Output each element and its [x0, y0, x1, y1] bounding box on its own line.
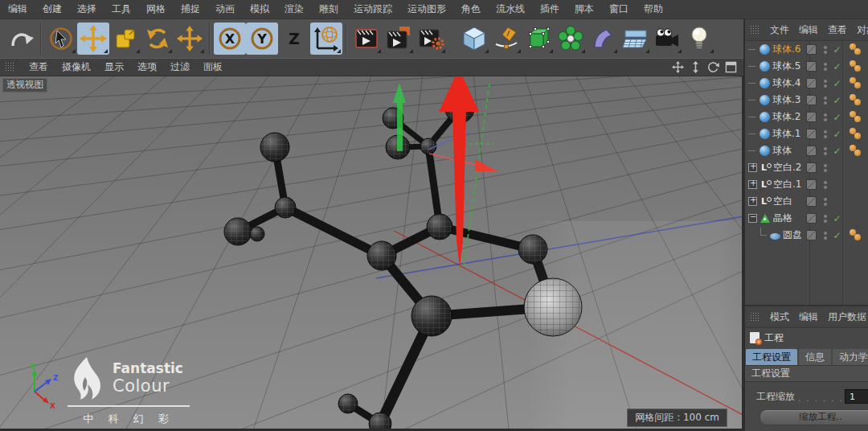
- add-deformer-button[interactable]: [587, 23, 619, 55]
- zoom-icon[interactable]: [690, 61, 702, 73]
- x-axis-lock-button[interactable]: X: [214, 23, 246, 55]
- visibility-dots[interactable]: [822, 181, 829, 189]
- object-name[interactable]: 空白.1: [773, 178, 801, 191]
- menu-item[interactable]: 编辑: [8, 2, 27, 16]
- visibility-dots[interactable]: [822, 147, 829, 155]
- enabled-check-icon[interactable]: ✓: [831, 112, 843, 123]
- object-name[interactable]: 球体.6: [772, 43, 800, 56]
- om-menu-edit[interactable]: 编辑: [799, 23, 818, 37]
- rotate-view-icon[interactable]: [707, 61, 719, 73]
- tree-expander[interactable]: [748, 197, 757, 206]
- scale-tool-button[interactable]: [109, 23, 141, 55]
- tree-expander[interactable]: [748, 113, 757, 121]
- menu-item[interactable]: 运动跟踪: [354, 2, 392, 16]
- object-name[interactable]: 球体.5: [772, 60, 800, 73]
- layer-swatch[interactable]: [806, 213, 817, 224]
- visibility-dots[interactable]: [822, 96, 829, 105]
- object-row[interactable]: 球体 ✓: [745, 142, 868, 159]
- menu-item[interactable]: 插件: [540, 2, 559, 16]
- render-settings-button[interactable]: [415, 23, 447, 55]
- last-tool-move-button[interactable]: [174, 23, 206, 55]
- om-menu-objects[interactable]: 对象: [857, 23, 868, 37]
- visibility-dots[interactable]: [822, 80, 829, 88]
- panel-grip[interactable]: [5, 62, 15, 72]
- menu-item[interactable]: 窗口: [609, 2, 628, 16]
- menu-item[interactable]: 选择: [77, 2, 96, 16]
- object-name[interactable]: 球体: [772, 144, 792, 158]
- add-light-button[interactable]: [683, 23, 715, 55]
- object-row[interactable]: 球体.5 ✓: [745, 58, 868, 75]
- menu-item[interactable]: 角色: [461, 2, 481, 16]
- panel-grip[interactable]: [750, 25, 760, 35]
- tag-icons[interactable]: [849, 77, 868, 90]
- object-row[interactable]: 晶格 ✓: [745, 210, 868, 227]
- vp-menu-panel[interactable]: 面板: [203, 60, 223, 74]
- menu-item[interactable]: 帮助: [644, 2, 663, 16]
- om-menu-view[interactable]: 查看: [828, 23, 847, 37]
- viewport-canvas[interactable]: 透视视图 Y Z X Fantastic Colour 中 科 幻 彩 网格间距…: [0, 76, 742, 431]
- object-row[interactable]: 空白 ✓: [745, 193, 868, 210]
- visibility-dots[interactable]: [822, 130, 829, 138]
- tag-icons[interactable]: [849, 229, 868, 242]
- menu-item[interactable]: 模拟: [250, 2, 269, 16]
- project-scale-input[interactable]: [845, 389, 868, 404]
- tree-expander[interactable]: [748, 146, 757, 155]
- tag-icons[interactable]: [849, 145, 868, 158]
- menu-item[interactable]: 动画: [215, 2, 235, 16]
- visibility-dots[interactable]: [822, 113, 829, 121]
- layer-swatch[interactable]: [806, 95, 817, 105]
- enabled-check-icon[interactable]: ✓: [831, 78, 843, 89]
- move-tool-button[interactable]: [77, 23, 109, 55]
- menu-item[interactable]: 捕捉: [181, 2, 200, 16]
- vp-menu-display[interactable]: 显示: [104, 60, 124, 74]
- object-name[interactable]: 晶格: [773, 211, 792, 225]
- enabled-check-icon[interactable]: ✓: [831, 146, 843, 157]
- enabled-check-icon[interactable]: ✓: [831, 213, 843, 224]
- am-menu-edit[interactable]: 编辑: [799, 310, 818, 324]
- tree-expander[interactable]: [748, 180, 757, 189]
- add-cube-button[interactable]: [458, 23, 490, 55]
- add-spline-button[interactable]: [490, 23, 522, 55]
- object-row[interactable]: 球体.6 ✓: [745, 41, 868, 58]
- menu-item[interactable]: 运动图形: [407, 2, 446, 16]
- object-name[interactable]: 圆盘: [783, 228, 801, 242]
- visibility-dots[interactable]: [822, 232, 829, 240]
- enabled-check-icon[interactable]: ✓: [831, 129, 843, 140]
- layer-swatch[interactable]: [806, 61, 817, 72]
- layer-swatch[interactable]: [806, 78, 817, 88]
- object-row[interactable]: 球体.1 ✓: [745, 125, 868, 142]
- layer-swatch[interactable]: [806, 129, 817, 139]
- menu-item[interactable]: 流水线: [496, 2, 525, 16]
- am-menu-mode[interactable]: 模式: [770, 310, 789, 324]
- visibility-dots[interactable]: [822, 63, 829, 71]
- enabled-check-icon[interactable]: ✓: [831, 61, 843, 72]
- visibility-dots[interactable]: [822, 46, 829, 54]
- layer-swatch[interactable]: [806, 162, 817, 173]
- render-view-button[interactable]: [350, 23, 383, 55]
- object-row[interactable]: 空白.1 ✓: [745, 176, 868, 193]
- tree-expander[interactable]: [748, 129, 757, 138]
- render-picture-viewer-button[interactable]: [383, 23, 415, 55]
- object-name[interactable]: 球体.2: [772, 110, 800, 124]
- undo-button[interactable]: [5, 23, 37, 55]
- molecule-model[interactable]: [224, 94, 582, 431]
- add-camera-button[interactable]: [651, 23, 683, 55]
- tree-expander[interactable]: [748, 45, 757, 54]
- panel-grip[interactable]: [750, 312, 760, 322]
- menu-item[interactable]: 工具: [112, 2, 131, 16]
- add-generator-button[interactable]: [522, 23, 555, 55]
- menu-item[interactable]: 创建: [43, 2, 62, 16]
- tree-expander[interactable]: [748, 62, 757, 71]
- object-row[interactable]: 圆盘 ✓: [745, 227, 868, 244]
- tree-expander[interactable]: [748, 163, 757, 172]
- maximize-icon[interactable]: [725, 61, 737, 73]
- vp-menu-filter[interactable]: 过滤: [170, 60, 190, 74]
- coordinate-system-button[interactable]: [310, 23, 342, 55]
- enabled-check-icon[interactable]: ✓: [831, 230, 843, 241]
- tab-project-settings[interactable]: 工程设置: [746, 349, 797, 365]
- layer-swatch[interactable]: [806, 146, 817, 156]
- menu-item[interactable]: 脚本: [575, 2, 594, 16]
- gizmo-x-handle[interactable]: [429, 154, 476, 165]
- gizmo-x-arrowhead[interactable]: [475, 159, 497, 171]
- layer-swatch[interactable]: [806, 179, 817, 190]
